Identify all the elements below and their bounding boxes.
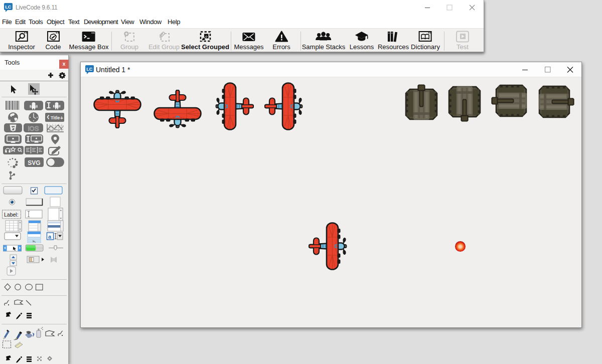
svg-text:Label:: Label:: [4, 212, 19, 218]
svg-text:iOS: iOS: [28, 125, 39, 132]
svg-text:+: +: [60, 115, 63, 121]
svg-text:a: a: [48, 234, 52, 240]
svg-text:Title: Title: [51, 115, 60, 120]
svg-text:LC: LC: [86, 67, 92, 72]
svg-text:LC: LC: [5, 5, 11, 10]
svg-text:SVG: SVG: [28, 159, 40, 166]
